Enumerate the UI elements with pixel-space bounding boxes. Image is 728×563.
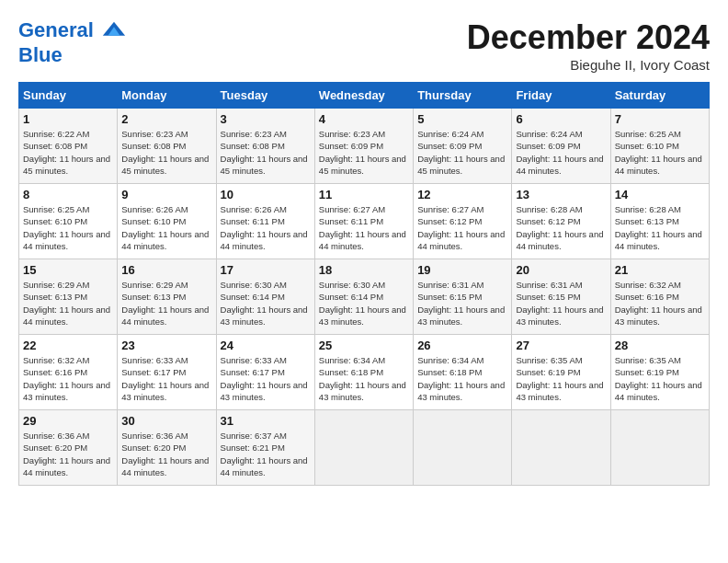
day-number: 24 bbox=[221, 339, 311, 352]
day-number: 7 bbox=[615, 112, 705, 126]
day-info: Sunrise: 6:31 AMSunset: 6:15 PMDaylight:… bbox=[516, 279, 606, 327]
calendar-cell: 3Sunrise: 6:23 AMSunset: 6:08 PMDaylight… bbox=[216, 109, 314, 184]
day-number: 1 bbox=[23, 112, 113, 126]
calendar-cell bbox=[314, 410, 413, 486]
day-number: 16 bbox=[121, 263, 211, 277]
day-number: 11 bbox=[319, 188, 409, 201]
calendar-cell: 31Sunrise: 6:37 AMSunset: 6:21 PMDayligh… bbox=[216, 410, 314, 486]
calendar-cell: 29Sunrise: 6:36 AMSunset: 6:20 PMDayligh… bbox=[19, 410, 118, 486]
day-info: Sunrise: 6:34 AMSunset: 6:18 PMDaylight:… bbox=[319, 354, 409, 403]
day-number: 20 bbox=[516, 263, 606, 277]
weekday-header-tuesday: Tuesday bbox=[216, 83, 314, 109]
day-number: 2 bbox=[121, 112, 211, 126]
logo-blue-text: Blue bbox=[18, 44, 127, 66]
calendar-cell: 21Sunrise: 6:32 AMSunset: 6:16 PMDayligh… bbox=[610, 259, 709, 335]
day-number: 14 bbox=[615, 188, 705, 201]
page-header: General Blue December 2024 Bieguhe II, I… bbox=[18, 18, 710, 73]
calendar-cell: 8Sunrise: 6:25 AMSunset: 6:10 PMDaylight… bbox=[19, 184, 118, 259]
day-number: 12 bbox=[417, 188, 507, 201]
calendar-cell: 20Sunrise: 6:31 AMSunset: 6:15 PMDayligh… bbox=[512, 259, 610, 335]
day-number: 10 bbox=[221, 188, 311, 201]
calendar-cell: 7Sunrise: 6:25 AMSunset: 6:10 PMDaylight… bbox=[610, 109, 709, 184]
day-info: Sunrise: 6:36 AMSunset: 6:20 PMDaylight:… bbox=[121, 430, 211, 478]
day-info: Sunrise: 6:23 AMSunset: 6:09 PMDaylight:… bbox=[319, 128, 409, 177]
day-info: Sunrise: 6:33 AMSunset: 6:17 PMDaylight:… bbox=[221, 354, 311, 403]
day-info: Sunrise: 6:30 AMSunset: 6:14 PMDaylight:… bbox=[221, 279, 311, 327]
month-title: December 2024 bbox=[467, 18, 710, 57]
calendar-cell: 25Sunrise: 6:34 AMSunset: 6:18 PMDayligh… bbox=[314, 335, 413, 410]
day-info: Sunrise: 6:37 AMSunset: 6:21 PMDaylight:… bbox=[221, 430, 311, 478]
day-info: Sunrise: 6:29 AMSunset: 6:13 PMDaylight:… bbox=[23, 279, 113, 327]
logo-text: General bbox=[18, 18, 127, 44]
day-info: Sunrise: 6:24 AMSunset: 6:09 PMDaylight:… bbox=[417, 128, 507, 177]
day-number: 9 bbox=[121, 188, 211, 201]
weekday-header-saturday: Saturday bbox=[610, 83, 709, 109]
day-info: Sunrise: 6:32 AMSunset: 6:16 PMDaylight:… bbox=[615, 279, 705, 327]
day-number: 13 bbox=[516, 188, 606, 201]
calendar-cell: 9Sunrise: 6:26 AMSunset: 6:10 PMDaylight… bbox=[118, 184, 216, 259]
day-info: Sunrise: 6:27 AMSunset: 6:12 PMDaylight:… bbox=[417, 203, 507, 252]
day-info: Sunrise: 6:35 AMSunset: 6:19 PMDaylight:… bbox=[516, 354, 606, 403]
day-number: 5 bbox=[417, 112, 507, 126]
day-number: 28 bbox=[615, 339, 705, 352]
calendar-cell: 15Sunrise: 6:29 AMSunset: 6:13 PMDayligh… bbox=[19, 259, 118, 335]
calendar-week-row: 29Sunrise: 6:36 AMSunset: 6:20 PMDayligh… bbox=[19, 410, 710, 486]
calendar-cell: 18Sunrise: 6:30 AMSunset: 6:14 PMDayligh… bbox=[314, 259, 413, 335]
day-number: 22 bbox=[23, 339, 113, 352]
day-info: Sunrise: 6:29 AMSunset: 6:13 PMDaylight:… bbox=[121, 279, 211, 327]
day-info: Sunrise: 6:26 AMSunset: 6:10 PMDaylight:… bbox=[121, 203, 211, 252]
calendar-table: SundayMondayTuesdayWednesdayThursdayFrid… bbox=[18, 82, 710, 486]
day-number: 30 bbox=[121, 414, 211, 428]
day-info: Sunrise: 6:32 AMSunset: 6:16 PMDaylight:… bbox=[23, 354, 113, 403]
day-info: Sunrise: 6:23 AMSunset: 6:08 PMDaylight:… bbox=[221, 128, 311, 177]
logo: General Blue bbox=[18, 18, 127, 66]
calendar-cell: 19Sunrise: 6:31 AMSunset: 6:15 PMDayligh… bbox=[414, 259, 512, 335]
day-info: Sunrise: 6:30 AMSunset: 6:14 PMDaylight:… bbox=[319, 279, 409, 327]
calendar-cell: 4Sunrise: 6:23 AMSunset: 6:09 PMDaylight… bbox=[314, 109, 413, 184]
calendar-cell bbox=[610, 410, 709, 486]
day-info: Sunrise: 6:25 AMSunset: 6:10 PMDaylight:… bbox=[615, 128, 705, 177]
calendar-cell bbox=[414, 410, 512, 486]
calendar-cell: 1Sunrise: 6:22 AMSunset: 6:08 PMDaylight… bbox=[19, 109, 118, 184]
calendar-cell: 12Sunrise: 6:27 AMSunset: 6:12 PMDayligh… bbox=[414, 184, 512, 259]
day-info: Sunrise: 6:33 AMSunset: 6:17 PMDaylight:… bbox=[121, 354, 211, 403]
calendar-cell: 17Sunrise: 6:30 AMSunset: 6:14 PMDayligh… bbox=[216, 259, 314, 335]
calendar-cell: 11Sunrise: 6:27 AMSunset: 6:11 PMDayligh… bbox=[314, 184, 413, 259]
weekday-header-sunday: Sunday bbox=[19, 83, 118, 109]
calendar-week-row: 15Sunrise: 6:29 AMSunset: 6:13 PMDayligh… bbox=[19, 259, 710, 335]
day-info: Sunrise: 6:31 AMSunset: 6:15 PMDaylight:… bbox=[417, 279, 507, 327]
weekday-header-friday: Friday bbox=[512, 83, 610, 109]
calendar-cell: 14Sunrise: 6:28 AMSunset: 6:13 PMDayligh… bbox=[610, 184, 709, 259]
weekday-header-thursday: Thursday bbox=[414, 83, 512, 109]
calendar-cell: 16Sunrise: 6:29 AMSunset: 6:13 PMDayligh… bbox=[118, 259, 216, 335]
title-block: December 2024 Bieguhe II, Ivory Coast bbox=[467, 18, 710, 73]
day-number: 4 bbox=[319, 112, 409, 126]
day-number: 25 bbox=[319, 339, 409, 352]
calendar-cell: 5Sunrise: 6:24 AMSunset: 6:09 PMDaylight… bbox=[414, 109, 512, 184]
day-number: 6 bbox=[516, 112, 606, 126]
calendar-week-row: 22Sunrise: 6:32 AMSunset: 6:16 PMDayligh… bbox=[19, 335, 710, 410]
day-number: 18 bbox=[319, 263, 409, 277]
day-info: Sunrise: 6:36 AMSunset: 6:20 PMDaylight:… bbox=[23, 430, 113, 478]
calendar-cell: 30Sunrise: 6:36 AMSunset: 6:20 PMDayligh… bbox=[118, 410, 216, 486]
weekday-header-monday: Monday bbox=[118, 83, 216, 109]
day-number: 31 bbox=[221, 414, 311, 428]
day-info: Sunrise: 6:24 AMSunset: 6:09 PMDaylight:… bbox=[516, 128, 606, 177]
day-info: Sunrise: 6:25 AMSunset: 6:10 PMDaylight:… bbox=[23, 203, 113, 252]
day-number: 27 bbox=[516, 339, 606, 352]
day-number: 19 bbox=[417, 263, 507, 277]
day-number: 29 bbox=[23, 414, 113, 428]
calendar-cell: 23Sunrise: 6:33 AMSunset: 6:17 PMDayligh… bbox=[118, 335, 216, 410]
day-info: Sunrise: 6:28 AMSunset: 6:13 PMDaylight:… bbox=[615, 203, 705, 252]
day-info: Sunrise: 6:23 AMSunset: 6:08 PMDaylight:… bbox=[121, 128, 211, 177]
calendar-cell: 28Sunrise: 6:35 AMSunset: 6:19 PMDayligh… bbox=[610, 335, 709, 410]
day-number: 15 bbox=[23, 263, 113, 277]
location-subtitle: Bieguhe II, Ivory Coast bbox=[467, 57, 710, 73]
day-info: Sunrise: 6:26 AMSunset: 6:11 PMDaylight:… bbox=[221, 203, 311, 252]
day-number: 26 bbox=[417, 339, 507, 352]
day-info: Sunrise: 6:35 AMSunset: 6:19 PMDaylight:… bbox=[615, 354, 705, 403]
calendar-cell: 2Sunrise: 6:23 AMSunset: 6:08 PMDaylight… bbox=[118, 109, 216, 184]
day-number: 8 bbox=[23, 188, 113, 201]
day-number: 17 bbox=[221, 263, 311, 277]
calendar-week-row: 1Sunrise: 6:22 AMSunset: 6:08 PMDaylight… bbox=[19, 109, 710, 184]
